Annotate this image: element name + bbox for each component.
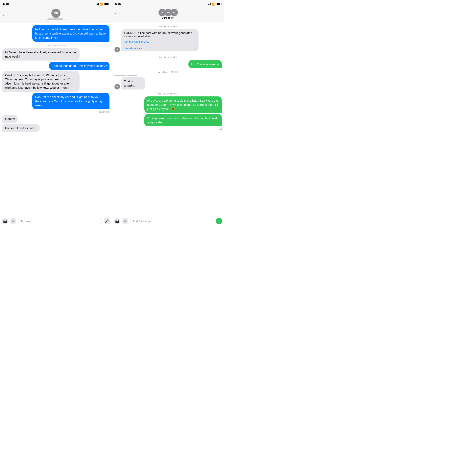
signal-icon-right bbox=[208, 3, 211, 5]
message-with-avatar: AN That is amazing bbox=[114, 77, 148, 89]
message-row: Hi Dave! I have been absolutely swamped.… bbox=[2, 48, 109, 60]
message-row: That sounds good. How is your Tuesday? bbox=[2, 62, 109, 70]
message-bubble: For sure I understand.... bbox=[2, 124, 40, 132]
input-bar-right: 📷 A Text Message ↑ bbox=[112, 216, 224, 226]
message-row: For sure I understand.... bbox=[2, 124, 109, 132]
wifi-icon: 📶 bbox=[100, 3, 103, 6]
message-row-avatar: JA bbox=[114, 47, 222, 52]
apps-icon-right: A bbox=[124, 219, 126, 223]
avatar-an-small: AN bbox=[114, 84, 120, 89]
contact-name-blurred bbox=[47, 19, 63, 20]
timestamp-label: Wed, Sep 4, 12:59 PM bbox=[114, 71, 222, 73]
avatar-ja: JA bbox=[170, 9, 178, 16]
message-bubble: Cool, let me check my cal and I'll get b… bbox=[32, 93, 109, 109]
message-row: Can't do Tuesday but could do Wednesday … bbox=[2, 71, 109, 92]
battery-icon-right bbox=[217, 3, 221, 5]
contact-name-left[interactable]: › bbox=[47, 18, 65, 21]
apps-icon: A bbox=[12, 219, 14, 223]
time-left: 6:48 bbox=[3, 2, 9, 6]
messages-area-left: ball on our lunch! No excuse except that… bbox=[0, 23, 112, 216]
message-bubble: Hi Dave! I have been absolutely swamped.… bbox=[2, 48, 79, 60]
left-screen: 6:48 📶 ‹ MR › ball on o bbox=[0, 0, 112, 226]
message-row: Lol. This is awesome bbox=[114, 60, 222, 68]
message-row: Hi guys, are we going to do that Disney … bbox=[114, 96, 222, 113]
nav-center-right: JL AN JA 3 People › bbox=[159, 9, 178, 19]
message-bubble: Ooooh! bbox=[2, 115, 18, 123]
battery-icon bbox=[104, 3, 109, 5]
audio-button[interactable]: 🎤 bbox=[104, 218, 110, 224]
back-button-right[interactable]: ‹ bbox=[114, 12, 116, 17]
nav-bar-left: ‹ MR › bbox=[0, 7, 112, 23]
group-name[interactable]: 3 People › bbox=[162, 16, 174, 19]
status-icons-left: 📶 bbox=[96, 3, 109, 6]
sender-name-row bbox=[114, 75, 148, 76]
status-icons-right: 📶 bbox=[208, 3, 221, 6]
message-bubble: ball on our lunch! No excuse except that… bbox=[32, 25, 109, 42]
group-avatars[interactable]: JL AN JA bbox=[159, 9, 178, 16]
nav-bar-right: ‹ JL AN JA 3 People › bbox=[112, 7, 224, 22]
back-button-left[interactable]: ‹ bbox=[2, 12, 4, 17]
avatar-left[interactable]: MR bbox=[51, 9, 60, 18]
right-screen: 6:46 📶 ‹ JL AN JA 3 People › bbox=[112, 0, 224, 226]
input-placeholder: iMessage bbox=[20, 219, 33, 223]
timestamp-label: Tue, Sep 3, 3:43 PM bbox=[114, 25, 222, 27]
sender-blurred-2 bbox=[127, 75, 137, 76]
nav-center-left: MR › bbox=[47, 9, 65, 21]
read-receipt: Read 1/19/18 bbox=[2, 111, 109, 113]
send-button-right[interactable]: ↑ bbox=[216, 218, 222, 224]
audio-icon: 🎤 bbox=[105, 219, 109, 223]
text-message-input[interactable]: Text Message bbox=[130, 218, 214, 224]
read-receipt: Read bbox=[114, 128, 222, 130]
apps-button-left[interactable]: A bbox=[10, 218, 16, 224]
camera-icon-right: 📷 bbox=[115, 219, 119, 223]
message-row: AN That is amazing bbox=[114, 75, 222, 89]
camera-icon: 📷 bbox=[3, 219, 7, 223]
timestamp-label: Jan 19, 2018, 10:35 AM bbox=[2, 44, 109, 47]
status-bar-right: 6:46 📶 bbox=[112, 0, 224, 7]
input-placeholder-right: Text Message bbox=[132, 219, 151, 223]
message-bubble: I'm very anxious to fly to millennium fa… bbox=[144, 114, 222, 126]
message-bubble: That sounds good. How is your Tuesday? bbox=[49, 62, 109, 70]
message-bubble: Hi guys, are we going to do that Disney … bbox=[144, 96, 222, 113]
tap-to-load-button[interactable]: Tap to Load Preview bbox=[121, 39, 198, 45]
message-row: I'm very anxious to fly to millennium fa… bbox=[114, 114, 222, 126]
message-row: Ooooh! bbox=[2, 115, 109, 123]
wifi-icon-right: 📶 bbox=[212, 3, 215, 6]
imessage-input[interactable]: iMessage bbox=[18, 218, 102, 224]
link-preview-text: FOUND IT! The post with neural-network-g… bbox=[121, 29, 198, 39]
input-bar-left: 📷 A iMessage 🎤 bbox=[0, 216, 112, 226]
camera-button-right[interactable]: 📷 bbox=[114, 218, 120, 224]
sender-blurred bbox=[114, 75, 126, 76]
send-icon: ↑ bbox=[218, 219, 220, 223]
messages-area-right: Tue, Sep 3, 3:43 PM JA FOUND IT! The pos… bbox=[112, 22, 224, 216]
message-row: Cool, let me check my cal and I'll get b… bbox=[2, 93, 109, 109]
chevron-icon-right: › bbox=[173, 16, 174, 19]
timestamp-label: Thu, Sep 26, 11:09 AM bbox=[114, 93, 222, 95]
avatar-ja-small-2: JA bbox=[114, 47, 120, 52]
timestamp-label: Tue, Sep 3, 8:39 PM bbox=[114, 56, 222, 59]
message-bubble: Lol. This is awesome bbox=[188, 60, 222, 68]
apps-button-right[interactable]: A bbox=[122, 218, 128, 224]
chevron-icon-left: › bbox=[64, 18, 65, 21]
signal-icon bbox=[96, 3, 99, 5]
message-bubble: Can't do Tuesday but could do Wednesday … bbox=[2, 71, 79, 92]
camera-button-left[interactable]: 📷 bbox=[2, 218, 8, 224]
status-bar-left: 6:48 📶 bbox=[0, 0, 112, 7]
time-right: 6:46 bbox=[115, 2, 121, 6]
message-bubble: That is amazing bbox=[121, 77, 145, 89]
message-row: ball on our lunch! No excuse except that… bbox=[2, 25, 109, 42]
